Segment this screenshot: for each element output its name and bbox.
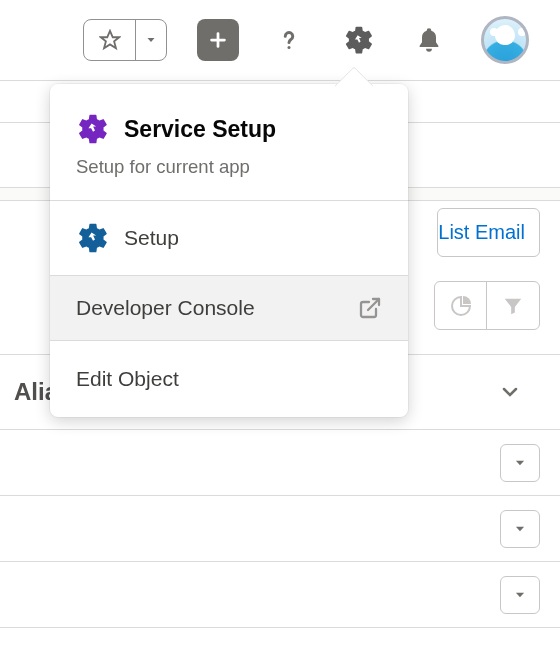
button-group — [434, 281, 541, 330]
service-setup-gear-icon — [76, 112, 110, 146]
chevron-down-icon[interactable] — [498, 380, 522, 404]
setup-gear-bolt-icon — [76, 221, 110, 255]
global-actions-button[interactable] — [197, 19, 239, 61]
menu-item-setup[interactable]: Setup — [50, 201, 408, 275]
row-actions-button[interactable] — [500, 576, 540, 614]
menu-item-edit-object[interactable]: Edit Object — [50, 341, 408, 417]
table-row — [0, 496, 560, 562]
favorites-split-button[interactable] — [83, 19, 167, 61]
help-icon[interactable] — [269, 20, 309, 60]
menu-item-label: Setup — [124, 226, 179, 250]
favorites-star-icon[interactable] — [84, 20, 136, 60]
favorites-dropdown-icon[interactable] — [136, 20, 166, 60]
setup-menu-subtitle: Setup for current app — [76, 156, 382, 178]
table-row — [0, 430, 560, 496]
list-email-button[interactable]: List Email — [437, 208, 540, 257]
chart-button[interactable] — [434, 281, 488, 330]
record-list — [0, 430, 560, 628]
global-header — [0, 0, 560, 80]
menu-item-label: Developer Console — [76, 296, 255, 320]
setup-gear-icon[interactable] — [339, 20, 379, 60]
table-row — [0, 562, 560, 628]
menu-item-label: Edit Object — [76, 367, 179, 391]
svg-point-1 — [288, 46, 291, 49]
avatar[interactable] — [481, 16, 529, 64]
setup-menu-title: Service Setup — [124, 116, 276, 143]
svg-marker-0 — [100, 31, 118, 48]
filter-button[interactable] — [486, 281, 540, 330]
menu-item-developer-console[interactable]: Developer Console — [50, 276, 408, 340]
list-email-label: List Email — [438, 221, 525, 244]
row-actions-button[interactable] — [500, 444, 540, 482]
open-external-icon — [358, 296, 382, 320]
setup-menu-popover: Service Setup Setup for current app Setu… — [50, 84, 408, 417]
notifications-bell-icon[interactable] — [409, 20, 449, 60]
row-actions-button[interactable] — [500, 510, 540, 548]
